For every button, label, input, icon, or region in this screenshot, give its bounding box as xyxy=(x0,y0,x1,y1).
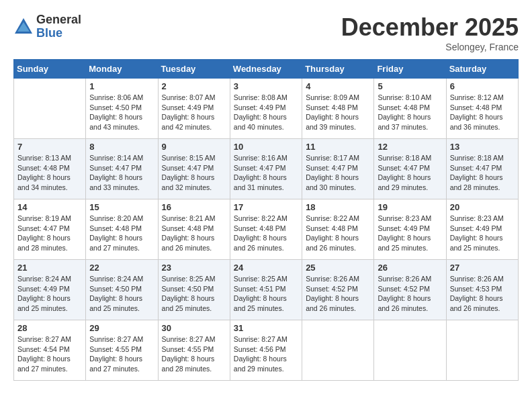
day-number: 14 xyxy=(17,202,82,212)
calendar-cell: 25Sunrise: 8:26 AMSunset: 4:52 PMDayligh… xyxy=(302,260,374,320)
calendar-cell: 19Sunrise: 8:23 AMSunset: 4:49 PMDayligh… xyxy=(374,199,446,260)
title-block: December 2025 Selongey, France xyxy=(341,13,519,52)
calendar-cell: 17Sunrise: 8:22 AMSunset: 4:48 PMDayligh… xyxy=(230,199,302,260)
calendar-cell: 30Sunrise: 8:27 AMSunset: 4:55 PMDayligh… xyxy=(158,320,230,381)
day-info: Sunrise: 8:15 AMSunset: 4:47 PMDaylight:… xyxy=(162,153,226,193)
logo-general-text: General xyxy=(36,13,81,27)
day-number: 4 xyxy=(306,81,370,91)
calendar-cell: 1Sunrise: 8:06 AMSunset: 4:50 PMDaylight… xyxy=(86,79,158,139)
calendar-cell: 20Sunrise: 8:23 AMSunset: 4:49 PMDayligh… xyxy=(446,199,518,260)
day-number: 17 xyxy=(234,202,298,212)
day-number: 26 xyxy=(378,263,442,273)
day-number: 13 xyxy=(450,142,515,152)
day-info: Sunrise: 8:22 AMSunset: 4:48 PMDaylight:… xyxy=(306,214,370,253)
day-number: 31 xyxy=(234,323,298,333)
day-number: 9 xyxy=(162,142,226,152)
day-number: 2 xyxy=(162,81,226,91)
calendar-cell: 10Sunrise: 8:16 AMSunset: 4:47 PMDayligh… xyxy=(230,139,302,199)
calendar-cell: 27Sunrise: 8:26 AMSunset: 4:53 PMDayligh… xyxy=(446,260,518,320)
calendar-cell: 26Sunrise: 8:26 AMSunset: 4:52 PMDayligh… xyxy=(374,260,446,320)
day-number: 1 xyxy=(89,81,154,91)
day-number: 19 xyxy=(378,202,442,212)
day-info: Sunrise: 8:26 AMSunset: 4:53 PMDaylight:… xyxy=(450,274,515,314)
calendar-cell xyxy=(446,320,518,381)
calendar-cell: 6Sunrise: 8:12 AMSunset: 4:48 PMDaylight… xyxy=(446,79,518,139)
day-info: Sunrise: 8:10 AMSunset: 4:48 PMDaylight:… xyxy=(378,93,442,132)
day-number: 23 xyxy=(162,263,226,273)
day-info: Sunrise: 8:26 AMSunset: 4:52 PMDaylight:… xyxy=(306,274,370,314)
location-subtitle: Selongey, France xyxy=(341,42,519,52)
day-number: 30 xyxy=(162,323,226,333)
day-of-week-header: Thursday xyxy=(302,60,374,79)
page-header: General Blue December 2025 Selongey, Fra… xyxy=(13,13,519,52)
calendar-cell: 21Sunrise: 8:24 AMSunset: 4:49 PMDayligh… xyxy=(14,260,86,320)
day-info: Sunrise: 8:19 AMSunset: 4:47 PMDaylight:… xyxy=(17,214,82,253)
day-info: Sunrise: 8:27 AMSunset: 4:55 PMDaylight:… xyxy=(89,334,154,374)
day-number: 21 xyxy=(17,263,82,273)
day-info: Sunrise: 8:16 AMSunset: 4:47 PMDaylight:… xyxy=(234,153,298,193)
day-info: Sunrise: 8:18 AMSunset: 4:47 PMDaylight:… xyxy=(450,153,515,193)
day-number: 20 xyxy=(450,202,515,212)
calendar-cell: 2Sunrise: 8:07 AMSunset: 4:49 PMDaylight… xyxy=(158,79,230,139)
day-number: 7 xyxy=(17,142,82,152)
day-number: 16 xyxy=(162,202,226,212)
day-number: 11 xyxy=(306,142,370,152)
calendar-cell: 12Sunrise: 8:18 AMSunset: 4:47 PMDayligh… xyxy=(374,139,446,199)
day-info: Sunrise: 8:27 AMSunset: 4:56 PMDaylight:… xyxy=(234,334,298,374)
calendar-week-row: 21Sunrise: 8:24 AMSunset: 4:49 PMDayligh… xyxy=(14,260,519,320)
calendar-cell xyxy=(374,320,446,381)
calendar-cell: 5Sunrise: 8:10 AMSunset: 4:48 PMDaylight… xyxy=(374,79,446,139)
calendar-cell: 9Sunrise: 8:15 AMSunset: 4:47 PMDaylight… xyxy=(158,139,230,199)
day-number: 22 xyxy=(89,263,154,273)
month-title: December 2025 xyxy=(341,13,519,42)
calendar-week-row: 28Sunrise: 8:27 AMSunset: 4:54 PMDayligh… xyxy=(14,320,519,381)
day-number: 15 xyxy=(89,202,154,212)
calendar-cell: 28Sunrise: 8:27 AMSunset: 4:54 PMDayligh… xyxy=(14,320,86,381)
calendar-cell: 24Sunrise: 8:25 AMSunset: 4:51 PMDayligh… xyxy=(230,260,302,320)
day-info: Sunrise: 8:25 AMSunset: 4:50 PMDaylight:… xyxy=(162,274,226,314)
calendar-cell: 29Sunrise: 8:27 AMSunset: 4:55 PMDayligh… xyxy=(86,320,158,381)
day-of-week-header: Saturday xyxy=(446,60,518,79)
calendar-cell: 23Sunrise: 8:25 AMSunset: 4:50 PMDayligh… xyxy=(158,260,230,320)
calendar-cell: 8Sunrise: 8:14 AMSunset: 4:47 PMDaylight… xyxy=(86,139,158,199)
calendar-cell: 14Sunrise: 8:19 AMSunset: 4:47 PMDayligh… xyxy=(14,199,86,260)
day-number: 3 xyxy=(234,81,298,91)
day-number: 6 xyxy=(450,81,515,91)
day-info: Sunrise: 8:24 AMSunset: 4:49 PMDaylight:… xyxy=(17,274,82,314)
day-info: Sunrise: 8:25 AMSunset: 4:51 PMDaylight:… xyxy=(234,274,298,314)
day-number: 8 xyxy=(89,142,154,152)
calendar-week-row: 7Sunrise: 8:13 AMSunset: 4:48 PMDaylight… xyxy=(14,139,519,199)
calendar-cell xyxy=(14,79,86,139)
calendar-cell: 4Sunrise: 8:09 AMSunset: 4:48 PMDaylight… xyxy=(302,79,374,139)
day-info: Sunrise: 8:07 AMSunset: 4:49 PMDaylight:… xyxy=(162,93,226,132)
day-of-week-header: Monday xyxy=(86,60,158,79)
day-info: Sunrise: 8:09 AMSunset: 4:48 PMDaylight:… xyxy=(306,93,370,132)
day-info: Sunrise: 8:21 AMSunset: 4:48 PMDaylight:… xyxy=(162,214,226,253)
day-info: Sunrise: 8:27 AMSunset: 4:54 PMDaylight:… xyxy=(17,334,82,374)
calendar-cell xyxy=(302,320,374,381)
calendar-cell: 16Sunrise: 8:21 AMSunset: 4:48 PMDayligh… xyxy=(158,199,230,260)
day-info: Sunrise: 8:26 AMSunset: 4:52 PMDaylight:… xyxy=(378,274,442,314)
day-of-week-header: Sunday xyxy=(14,60,86,79)
day-number: 28 xyxy=(17,323,82,333)
day-info: Sunrise: 8:13 AMSunset: 4:48 PMDaylight:… xyxy=(17,153,82,193)
calendar-cell: 31Sunrise: 8:27 AMSunset: 4:56 PMDayligh… xyxy=(230,320,302,381)
logo-icon xyxy=(13,17,34,37)
calendar-week-row: 14Sunrise: 8:19 AMSunset: 4:47 PMDayligh… xyxy=(14,199,519,260)
calendar-cell: 3Sunrise: 8:08 AMSunset: 4:49 PMDaylight… xyxy=(230,79,302,139)
day-info: Sunrise: 8:24 AMSunset: 4:50 PMDaylight:… xyxy=(89,274,154,314)
day-info: Sunrise: 8:17 AMSunset: 4:47 PMDaylight:… xyxy=(306,153,370,193)
calendar-week-row: 1Sunrise: 8:06 AMSunset: 4:50 PMDaylight… xyxy=(14,79,519,139)
day-number: 27 xyxy=(450,263,515,273)
day-info: Sunrise: 8:23 AMSunset: 4:49 PMDaylight:… xyxy=(450,214,515,253)
day-number: 25 xyxy=(306,263,370,273)
day-number: 5 xyxy=(378,81,442,91)
day-number: 18 xyxy=(306,202,370,212)
day-info: Sunrise: 8:22 AMSunset: 4:48 PMDaylight:… xyxy=(234,214,298,253)
day-number: 10 xyxy=(234,142,298,152)
calendar-table: SundayMondayTuesdayWednesdayThursdayFrid… xyxy=(13,59,519,381)
day-number: 24 xyxy=(234,263,298,273)
calendar-cell: 7Sunrise: 8:13 AMSunset: 4:48 PMDaylight… xyxy=(14,139,86,199)
calendar-cell: 11Sunrise: 8:17 AMSunset: 4:47 PMDayligh… xyxy=(302,139,374,199)
day-number: 12 xyxy=(378,142,442,152)
